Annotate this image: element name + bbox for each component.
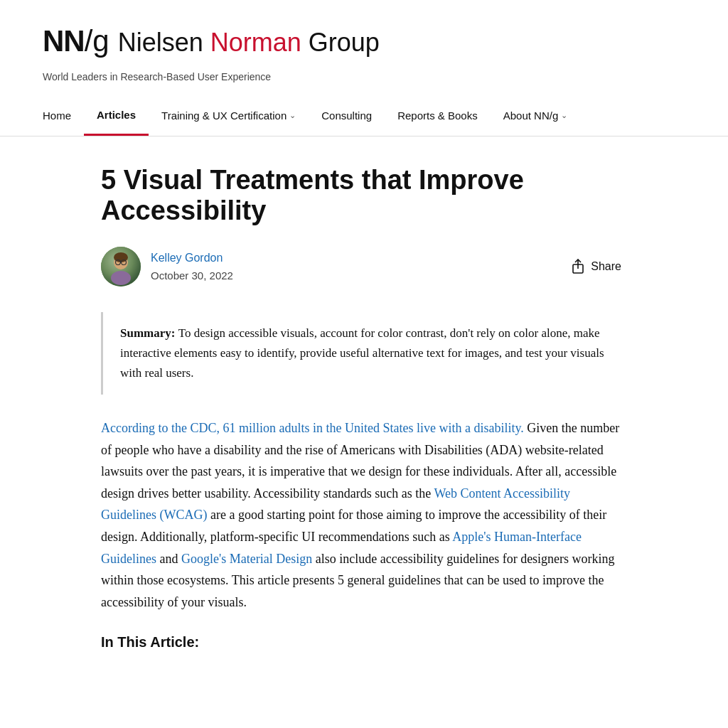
nav-about[interactable]: About NN/g ⌄ <box>491 97 581 134</box>
main-content: 5 Visual Treatments that Improve Accessi… <box>58 136 670 714</box>
article-title: 5 Visual Treatments that Improve Accessi… <box>101 165 627 227</box>
nav-about-label: About NN/g <box>503 107 559 124</box>
share-icon <box>571 259 585 274</box>
share-label: Share <box>591 260 621 273</box>
logo[interactable]: NN /g <box>43 17 109 65</box>
author-left: Kelley Gordon October 30, 2022 <box>101 247 233 287</box>
site-header: NN /g Nielsen Norman Group World Leaders… <box>0 0 728 136</box>
chevron-down-icon-about: ⌄ <box>561 109 567 122</box>
logo-area: NN /g Nielsen Norman Group <box>43 17 685 65</box>
site-tagline: World Leaders in Research-Based User Exp… <box>43 69 685 85</box>
author-avatar-image <box>101 247 141 287</box>
author-info: Kelley Gordon October 30, 2022 <box>151 249 233 284</box>
nav-home[interactable]: Home <box>43 97 84 134</box>
svg-point-4 <box>111 271 131 285</box>
logo-nn: NN <box>43 17 85 65</box>
nav-training-label: Training & UX Certification <box>161 107 287 124</box>
author-name[interactable]: Kelley Gordon <box>151 249 233 267</box>
nav-articles[interactable]: Articles <box>84 97 149 136</box>
share-button[interactable]: Share <box>565 256 627 277</box>
logo-name: Nielsen Norman Group <box>118 22 380 63</box>
logo-name-red: Norman <box>210 28 301 57</box>
nav-reports[interactable]: Reports & Books <box>385 97 491 134</box>
cdc-link[interactable]: According to the CDC, 61 million adults … <box>101 421 524 435</box>
main-nav: Home Articles Training & UX Certificatio… <box>43 97 685 136</box>
google-material-link[interactable]: Google's Material Design <box>181 552 312 566</box>
author-row: Kelley Gordon October 30, 2022 Share <box>101 247 627 287</box>
article-body: According to the CDC, 61 million adults … <box>101 417 627 654</box>
chevron-down-icon: ⌄ <box>289 109 296 122</box>
nav-consulting[interactable]: Consulting <box>309 97 385 134</box>
summary-block: Summary: To design accessible visuals, a… <box>101 312 627 395</box>
summary-text: To design accessible visuals, account fo… <box>120 326 604 380</box>
article-paragraph-1: According to the CDC, 61 million adults … <box>101 417 627 613</box>
summary-bold: Summary: <box>120 326 178 340</box>
in-this-article-heading: In This Article: <box>101 630 627 654</box>
author-date: October 30, 2022 <box>151 267 233 284</box>
logo-slash-g: /g <box>85 17 109 65</box>
nav-training[interactable]: Training & UX Certification ⌄ <box>149 97 309 134</box>
paragraph1-rest3: and <box>156 552 181 566</box>
logo-name-rest: Group <box>301 28 380 57</box>
author-avatar[interactable] <box>101 247 141 287</box>
logo-name-black: Nielsen <box>118 28 210 57</box>
